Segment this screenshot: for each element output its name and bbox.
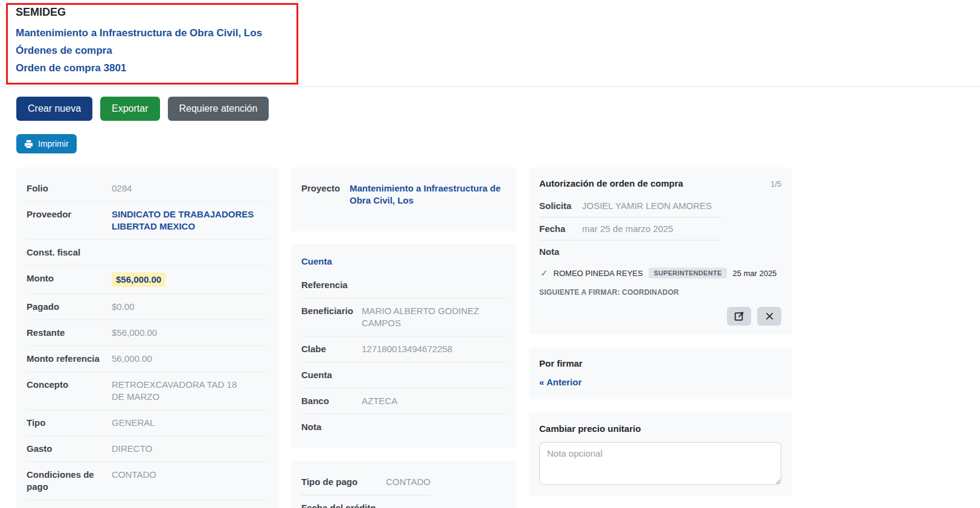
field-value <box>386 502 431 508</box>
account-card-title: Cuenta <box>301 252 506 272</box>
field-label: Fecha del crédito <box>301 502 386 508</box>
field-label: Fecha <box>539 223 582 234</box>
field-label: Tipo de pago <box>301 476 386 488</box>
detail-row-condiciones: Condiciones de pago CONTADO <box>27 461 268 500</box>
project-link[interactable]: Mantenimiento a Infraestructura de Obra … <box>350 183 501 205</box>
auth-row-fecha: Fecha mar 25 de marzo 2025 <box>539 217 720 240</box>
field-value: GENERAL <box>112 417 268 429</box>
project-card: Proyecto Mantenimiento a Infraestructura… <box>291 167 516 231</box>
signer-role-badge: SUPERINTENDENTE <box>649 268 728 278</box>
account-card: Cuenta Referencia Beneficiario MARIO ALB… <box>291 244 516 448</box>
account-row-clabe: Clabe 127180013494672258 <box>301 336 506 362</box>
field-label: Clabe <box>301 343 362 355</box>
detail-row-folio: Folio 0284 <box>27 176 268 201</box>
field-label: Restante <box>27 327 112 339</box>
breadcrumb-order-link[interactable]: Orden de compra 3801 <box>16 59 281 77</box>
field-value: RETROEXCAVADORA TAD 18 DE MARZO <box>112 379 251 403</box>
field-label: Pagado <box>27 301 112 313</box>
close-icon <box>765 312 774 321</box>
field-value: 56,000.00 <box>112 353 268 365</box>
detail-row-monto: Monto $56,000.00 <box>27 265 268 294</box>
field-value <box>112 246 268 259</box>
field-value: mar 25 de marzo 2025 <box>582 223 673 234</box>
field-value: DIRECTO <box>112 443 268 455</box>
project-row: Proyecto Mantenimiento a Infraestructura… <box>301 176 506 213</box>
field-value: MARIO ALBERTO GODINEZ CAMPOS <box>362 305 479 329</box>
authorization-card: Autorización de orden de compra 1/5 Soli… <box>529 167 792 334</box>
detail-row-pagado: Pagado $0.00 <box>27 294 268 320</box>
field-label: Solicita <box>539 201 582 211</box>
previous-link[interactable]: « Anterior <box>539 377 581 387</box>
provider-link[interactable]: SINDICATO DE TRABAJADORES LIBERTAD MEXIC… <box>112 209 254 231</box>
field-value: CONTADO <box>386 476 431 488</box>
edit-signature-button[interactable] <box>727 307 751 326</box>
field-label: Beneficiario <box>301 305 362 329</box>
field-label: Proveedor <box>27 208 112 233</box>
requires-attention-button[interactable]: Requiere atención <box>168 97 269 121</box>
signer-name: ROMEO PINEDA REYES <box>554 269 643 278</box>
next-to-sign-text: SIGUIENTE A FIRMAR: COORDINADOR <box>539 288 781 297</box>
toolbar: Crear nueva Exportar Requiere atención <box>16 97 980 121</box>
print-button[interactable]: Imprimir <box>16 134 77 153</box>
detail-row-monto-referencia: Monto referencia 56,000.00 <box>27 346 268 371</box>
field-label: Proyecto <box>301 182 350 207</box>
detail-row-tipo: Tipo GENERAL <box>27 410 268 436</box>
payment-row-tipo: Tipo de pago CONTADO <box>301 469 431 495</box>
field-value: AZTECA <box>362 395 506 407</box>
auth-row-solicita: Solicita JOSIEL YAMIR LEON AMORES <box>539 195 720 217</box>
change-unit-price-card: Cambiar precio unitario <box>529 413 792 496</box>
account-row-referencia: Referencia <box>301 272 506 298</box>
field-label: Gasto <box>27 443 112 455</box>
account-row-banco: Banco AZTECA <box>301 388 506 414</box>
payment-terms-card: Tipo de pago CONTADO Fecha del crédito D… <box>291 461 516 508</box>
field-value: 127180013494672258 <box>362 343 506 355</box>
field-value <box>362 279 506 291</box>
signature-row: ✓ ROMEO PINEDA REYES SUPERINTENDENTE 25 … <box>540 268 781 278</box>
detail-row-limite: Límite de pago 28 mar 2025 <box>27 500 268 508</box>
pending-card-title: Por firmar <box>539 356 781 368</box>
field-label: Cuenta <box>301 369 362 381</box>
payment-row-fecha-credito: Fecha del crédito <box>301 495 431 508</box>
field-label: Monto <box>27 272 112 287</box>
export-button[interactable]: Exportar <box>100 97 159 121</box>
field-label: Tipo <box>27 417 112 429</box>
page-indicator: 1/5 <box>770 179 781 188</box>
detail-row-gasto: Gasto DIRECTO <box>27 436 268 461</box>
order-details-card: Folio 0284 Proveedor SINDICATO DE TRABAJ… <box>16 167 278 508</box>
account-row-cuenta: Cuenta <box>301 362 506 388</box>
field-value: $56,000.00 <box>112 327 268 339</box>
field-label: Concepto <box>27 379 112 403</box>
breadcrumb-project-link[interactable]: Mantenimiento a Infraestructura de Obra … <box>16 24 281 42</box>
unit-price-card-title: Cambiar precio unitario <box>539 421 781 442</box>
account-row-nota: Nota <box>301 414 506 440</box>
print-button-label: Imprimir <box>38 139 69 149</box>
page-title: SEMIDEG <box>16 6 281 19</box>
create-new-button[interactable]: Crear nueva <box>16 97 92 121</box>
field-label: Banco <box>301 395 362 407</box>
page-header: SEMIDEG Mantenimiento a Infraestructura … <box>0 0 980 87</box>
field-value: CONTADO <box>112 469 268 493</box>
signature-date: 25 mar 2025 <box>732 269 777 278</box>
field-value: 0284 <box>112 182 268 195</box>
detail-row-proveedor: Proveedor SINDICATO DE TRABAJADORES LIBE… <box>27 201 268 239</box>
authorization-title: Autorización de orden de compra <box>539 178 683 188</box>
field-value <box>362 369 506 381</box>
reject-signature-button[interactable] <box>757 307 781 326</box>
pending-signatures-card: Por firmar « Anterior <box>529 347 792 399</box>
printer-icon <box>24 140 33 149</box>
field-value: $0.00 <box>112 301 268 313</box>
field-label: Referencia <box>301 279 362 291</box>
account-row-beneficiario: Beneficiario MARIO ALBERTO GODINEZ CAMPO… <box>301 298 506 336</box>
field-value <box>362 421 506 433</box>
breadcrumb-orders-link[interactable]: Órdenes de compra <box>16 42 281 59</box>
optional-note-textarea[interactable] <box>539 442 781 485</box>
edit-icon <box>734 311 745 321</box>
detail-row-const-fiscal: Const. fiscal <box>27 239 268 265</box>
main-content: Folio 0284 Proveedor SINDICATO DE TRABAJ… <box>16 167 980 508</box>
check-icon: ✓ <box>540 268 548 278</box>
amount-highlight: $56,000.00 <box>112 272 165 287</box>
field-label: Nota <box>539 246 582 257</box>
field-label: Folio <box>27 182 112 195</box>
field-label: Nota <box>301 421 362 433</box>
field-value: JOSIEL YAMIR LEON AMORES <box>582 201 712 211</box>
